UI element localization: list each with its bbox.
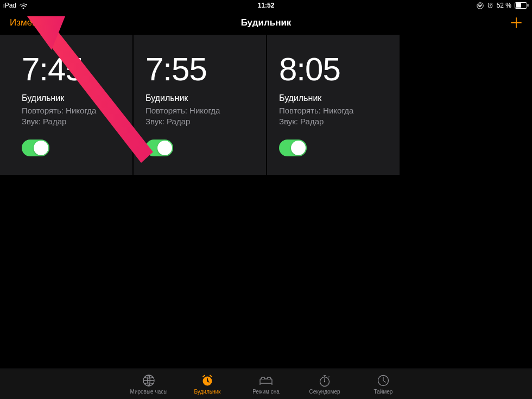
toggle-knob	[291, 141, 306, 155]
alarm-sound: Звук: Радар	[145, 116, 254, 127]
alarm-toggle[interactable]	[22, 140, 49, 156]
svg-rect-5	[528, 4, 529, 7]
alarm-clock-icon	[200, 373, 214, 388]
status-bar: iPad 11:52 52 %	[0, 0, 532, 11]
alarm-label: Будильник	[145, 93, 254, 103]
alarm-repeat: Повторять: Никогда	[22, 105, 121, 116]
tab-stopwatch[interactable]: Секундомер	[301, 373, 348, 395]
alarm-sound: Звук: Радар	[279, 116, 388, 127]
status-right: 52 %	[477, 2, 529, 9]
toggle-knob	[157, 141, 172, 155]
battery-icon	[515, 2, 529, 9]
alarm-sound: Звук: Радар	[22, 116, 121, 127]
bed-icon	[259, 373, 273, 388]
tab-alarm[interactable]: Будильник	[184, 373, 231, 395]
alarm-card[interactable]: 7:55 Будильник Повторять: Никогда Звук: …	[134, 35, 266, 175]
svg-rect-1	[479, 5, 480, 7]
timer-icon	[376, 373, 390, 388]
wifi-icon	[20, 3, 27, 9]
alarm-toggle[interactable]	[145, 140, 173, 156]
plus-icon	[510, 17, 522, 29]
alarm-label: Будильник	[279, 93, 388, 103]
tab-label: Режим сна	[252, 389, 280, 395]
edit-button[interactable]: Изменить	[10, 17, 52, 28]
alarm-status-icon	[487, 2, 493, 9]
status-left: iPad	[3, 2, 27, 9]
svg-point-8	[207, 381, 208, 382]
tab-world-clock[interactable]: Мировые часы	[125, 373, 172, 395]
tab-bedtime[interactable]: Режим сна	[243, 373, 289, 395]
tab-label: Мировые часы	[130, 389, 168, 395]
tab-timer[interactable]: Таймер	[360, 373, 407, 395]
alarm-repeat: Повторять: Никогда	[145, 105, 254, 116]
globe-icon	[142, 373, 156, 388]
alarm-grid: 7:45 Будильник Повторять: Никогда Звук: …	[0, 35, 532, 175]
toggle-knob	[34, 141, 48, 155]
device-label: iPad	[3, 2, 16, 9]
page-title: Будильник	[241, 17, 292, 28]
alarm-time: 8:05	[279, 53, 388, 86]
alarm-repeat: Повторять: Никогда	[279, 105, 388, 116]
battery-percent: 52 %	[497, 2, 511, 9]
alarm-toggle[interactable]	[279, 140, 307, 156]
alarm-card[interactable]: 7:45 Будильник Повторять: Никогда Звук: …	[0, 35, 132, 175]
tab-label: Таймер	[374, 389, 393, 395]
alarm-card[interactable]: 8:05 Будильник Повторять: Никогда Звук: …	[267, 35, 400, 175]
status-time: 11:52	[258, 2, 275, 9]
svg-point-11	[324, 381, 325, 382]
alarm-label: Будильник	[22, 93, 121, 103]
stopwatch-icon	[318, 373, 332, 388]
orientation-lock-icon	[477, 2, 484, 9]
add-alarm-button[interactable]	[510, 17, 522, 29]
svg-rect-4	[516, 3, 521, 8]
svg-rect-9	[260, 379, 272, 383]
tab-label: Секундомер	[309, 389, 340, 395]
tab-bar: Мировые часы Будильник Режим сна Секундо…	[0, 369, 532, 399]
alarm-time: 7:45	[22, 53, 121, 86]
tab-label: Будильник	[194, 389, 221, 395]
alarm-time: 7:55	[145, 53, 254, 86]
nav-bar: Изменить Будильник	[0, 11, 532, 35]
